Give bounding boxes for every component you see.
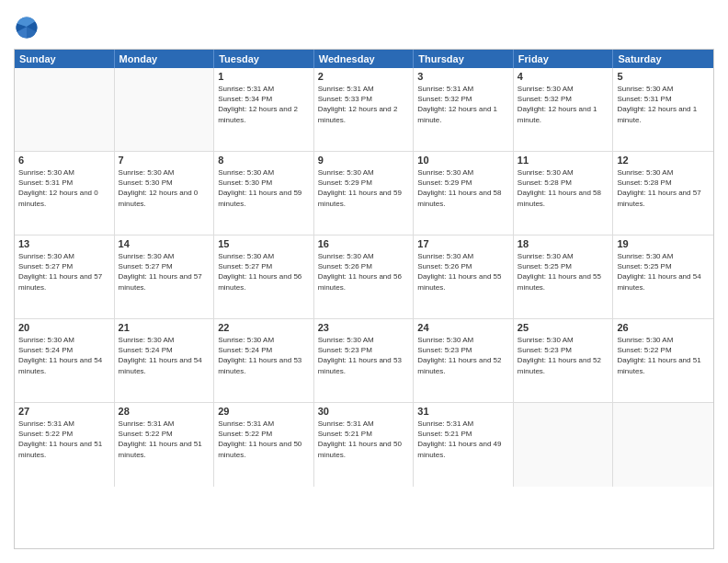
day-detail: Sunrise: 5:31 AMSunset: 5:22 PMDaylight:… bbox=[18, 419, 110, 460]
calendar-cell: 11Sunrise: 5:30 AMSunset: 5:28 PMDayligh… bbox=[514, 152, 614, 235]
day-number: 30 bbox=[318, 406, 410, 417]
day-number: 23 bbox=[318, 322, 410, 333]
day-number: 2 bbox=[318, 71, 410, 82]
day-detail: Sunrise: 5:30 AMSunset: 5:24 PMDaylight:… bbox=[218, 335, 310, 376]
day-number: 16 bbox=[318, 238, 410, 249]
logo bbox=[14, 14, 43, 40]
day-detail: Sunrise: 5:30 AMSunset: 5:28 PMDaylight:… bbox=[617, 167, 710, 209]
day-detail: Sunrise: 5:30 AMSunset: 5:30 PMDaylight:… bbox=[218, 167, 310, 209]
calendar-week-4: 20Sunrise: 5:30 AMSunset: 5:24 PMDayligh… bbox=[15, 319, 713, 403]
header-day-saturday: Saturday bbox=[613, 50, 713, 68]
day-detail: Sunrise: 5:30 AMSunset: 5:28 PMDaylight:… bbox=[518, 167, 609, 209]
day-number: 31 bbox=[417, 406, 509, 417]
day-number: 15 bbox=[218, 238, 310, 249]
day-number: 17 bbox=[417, 238, 509, 249]
day-detail: Sunrise: 5:31 AMSunset: 5:21 PMDaylight:… bbox=[318, 419, 410, 460]
day-detail: Sunrise: 5:30 AMSunset: 5:29 PMDaylight:… bbox=[417, 167, 509, 209]
day-number: 3 bbox=[417, 71, 509, 82]
day-number: 28 bbox=[119, 406, 210, 417]
day-detail: Sunrise: 5:31 AMSunset: 5:33 PMDaylight:… bbox=[318, 84, 410, 125]
day-detail: Sunrise: 5:30 AMSunset: 5:24 PMDaylight:… bbox=[18, 335, 110, 376]
day-number: 11 bbox=[518, 155, 609, 166]
calendar-cell: 17Sunrise: 5:30 AMSunset: 5:26 PMDayligh… bbox=[414, 236, 514, 318]
day-detail: Sunrise: 5:30 AMSunset: 5:32 PMDaylight:… bbox=[518, 84, 609, 125]
day-detail: Sunrise: 5:30 AMSunset: 5:23 PMDaylight:… bbox=[518, 335, 609, 376]
logo-icon bbox=[14, 14, 40, 40]
calendar-cell: 23Sunrise: 5:30 AMSunset: 5:23 PMDayligh… bbox=[314, 319, 415, 402]
header bbox=[14, 14, 714, 40]
day-number: 29 bbox=[218, 406, 310, 417]
calendar-cell: 30Sunrise: 5:31 AMSunset: 5:21 PMDayligh… bbox=[314, 403, 415, 487]
day-detail: Sunrise: 5:30 AMSunset: 5:27 PMDaylight:… bbox=[218, 251, 310, 293]
calendar-cell: 25Sunrise: 5:30 AMSunset: 5:23 PMDayligh… bbox=[514, 319, 614, 402]
calendar-cell: 12Sunrise: 5:30 AMSunset: 5:28 PMDayligh… bbox=[613, 152, 713, 235]
calendar-header: SundayMondayTuesdayWednesdayThursdayFrid… bbox=[15, 50, 713, 68]
day-detail: Sunrise: 5:30 AMSunset: 5:26 PMDaylight:… bbox=[318, 251, 410, 293]
calendar-cell bbox=[514, 403, 614, 487]
day-detail: Sunrise: 5:30 AMSunset: 5:29 PMDaylight:… bbox=[318, 167, 410, 209]
calendar-cell: 9Sunrise: 5:30 AMSunset: 5:29 PMDaylight… bbox=[314, 152, 415, 235]
calendar-cell: 1Sunrise: 5:31 AMSunset: 5:34 PMDaylight… bbox=[214, 68, 314, 151]
day-number: 6 bbox=[18, 155, 110, 166]
day-detail: Sunrise: 5:30 AMSunset: 5:24 PMDaylight:… bbox=[119, 335, 210, 376]
day-detail: Sunrise: 5:30 AMSunset: 5:25 PMDaylight:… bbox=[617, 251, 710, 293]
calendar: SundayMondayTuesdayWednesdayThursdayFrid… bbox=[14, 49, 714, 549]
calendar-cell: 15Sunrise: 5:30 AMSunset: 5:27 PMDayligh… bbox=[214, 236, 314, 318]
day-number: 19 bbox=[617, 238, 710, 249]
header-day-sunday: Sunday bbox=[15, 50, 115, 68]
calendar-cell: 5Sunrise: 5:30 AMSunset: 5:31 PMDaylight… bbox=[613, 68, 713, 151]
calendar-cell: 7Sunrise: 5:30 AMSunset: 5:30 PMDaylight… bbox=[115, 152, 215, 235]
day-number: 4 bbox=[518, 71, 609, 82]
calendar-cell: 8Sunrise: 5:30 AMSunset: 5:30 PMDaylight… bbox=[214, 152, 314, 235]
calendar-cell bbox=[613, 403, 713, 487]
day-number: 1 bbox=[218, 71, 310, 82]
calendar-cell bbox=[15, 68, 115, 151]
calendar-cell: 13Sunrise: 5:30 AMSunset: 5:27 PMDayligh… bbox=[15, 236, 115, 318]
day-number: 8 bbox=[218, 155, 310, 166]
day-detail: Sunrise: 5:31 AMSunset: 5:22 PMDaylight:… bbox=[119, 419, 210, 460]
day-number: 7 bbox=[119, 155, 210, 166]
calendar-cell: 26Sunrise: 5:30 AMSunset: 5:22 PMDayligh… bbox=[613, 319, 713, 402]
day-number: 5 bbox=[617, 71, 710, 82]
calendar-cell: 29Sunrise: 5:31 AMSunset: 5:22 PMDayligh… bbox=[214, 403, 314, 487]
header-day-wednesday: Wednesday bbox=[314, 50, 415, 68]
calendar-cell: 10Sunrise: 5:30 AMSunset: 5:29 PMDayligh… bbox=[414, 152, 514, 235]
day-number: 22 bbox=[218, 322, 310, 333]
day-detail: Sunrise: 5:30 AMSunset: 5:27 PMDaylight:… bbox=[18, 251, 110, 293]
calendar-cell: 27Sunrise: 5:31 AMSunset: 5:22 PMDayligh… bbox=[15, 403, 115, 487]
day-number: 26 bbox=[617, 322, 710, 333]
day-detail: Sunrise: 5:30 AMSunset: 5:25 PMDaylight:… bbox=[518, 251, 609, 293]
calendar-cell: 3Sunrise: 5:31 AMSunset: 5:32 PMDaylight… bbox=[414, 68, 514, 151]
calendar-cell: 16Sunrise: 5:30 AMSunset: 5:26 PMDayligh… bbox=[314, 236, 415, 318]
day-detail: Sunrise: 5:30 AMSunset: 5:30 PMDaylight:… bbox=[119, 167, 210, 209]
day-detail: Sunrise: 5:30 AMSunset: 5:22 PMDaylight:… bbox=[617, 335, 710, 376]
calendar-week-3: 13Sunrise: 5:30 AMSunset: 5:27 PMDayligh… bbox=[15, 236, 713, 319]
day-number: 24 bbox=[417, 322, 509, 333]
calendar-cell: 2Sunrise: 5:31 AMSunset: 5:33 PMDaylight… bbox=[314, 68, 415, 151]
day-number: 9 bbox=[318, 155, 410, 166]
calendar-cell: 19Sunrise: 5:30 AMSunset: 5:25 PMDayligh… bbox=[613, 236, 713, 318]
day-detail: Sunrise: 5:31 AMSunset: 5:32 PMDaylight:… bbox=[417, 84, 509, 125]
day-number: 13 bbox=[18, 238, 110, 249]
calendar-cell: 14Sunrise: 5:30 AMSunset: 5:27 PMDayligh… bbox=[115, 236, 215, 318]
calendar-cell: 28Sunrise: 5:31 AMSunset: 5:22 PMDayligh… bbox=[115, 403, 215, 487]
calendar-cell: 4Sunrise: 5:30 AMSunset: 5:32 PMDaylight… bbox=[514, 68, 614, 151]
calendar-cell: 31Sunrise: 5:31 AMSunset: 5:21 PMDayligh… bbox=[414, 403, 514, 487]
day-number: 20 bbox=[18, 322, 110, 333]
calendar-body: 1Sunrise: 5:31 AMSunset: 5:34 PMDaylight… bbox=[15, 68, 713, 487]
calendar-cell bbox=[115, 68, 215, 151]
day-detail: Sunrise: 5:30 AMSunset: 5:26 PMDaylight:… bbox=[417, 251, 509, 293]
day-number: 21 bbox=[119, 322, 210, 333]
day-detail: Sunrise: 5:30 AMSunset: 5:31 PMDaylight:… bbox=[617, 84, 710, 125]
day-number: 25 bbox=[518, 322, 609, 333]
day-number: 10 bbox=[417, 155, 509, 166]
day-detail: Sunrise: 5:30 AMSunset: 5:23 PMDaylight:… bbox=[417, 335, 509, 376]
header-day-thursday: Thursday bbox=[414, 50, 514, 68]
calendar-week-2: 6Sunrise: 5:30 AMSunset: 5:31 PMDaylight… bbox=[15, 152, 713, 236]
calendar-cell: 20Sunrise: 5:30 AMSunset: 5:24 PMDayligh… bbox=[15, 319, 115, 402]
calendar-week-1: 1Sunrise: 5:31 AMSunset: 5:34 PMDaylight… bbox=[15, 68, 713, 152]
calendar-cell: 24Sunrise: 5:30 AMSunset: 5:23 PMDayligh… bbox=[414, 319, 514, 402]
calendar-week-5: 27Sunrise: 5:31 AMSunset: 5:22 PMDayligh… bbox=[15, 403, 713, 487]
day-number: 18 bbox=[518, 238, 609, 249]
page: SundayMondayTuesdayWednesdayThursdayFrid… bbox=[0, 0, 728, 563]
